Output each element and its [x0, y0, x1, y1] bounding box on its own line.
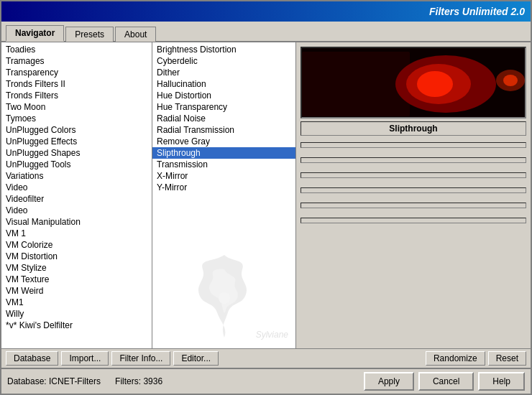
filter-item[interactable]: Cyberdelic — [152, 55, 295, 67]
list-item[interactable]: Tymoes — [1, 113, 152, 124]
filter-item[interactable]: Transmission — [152, 159, 295, 170]
reset-button[interactable]: Reset — [488, 351, 526, 366]
decorative-floral — [181, 248, 267, 348]
filter-item[interactable]: Hallucination — [152, 78, 295, 90]
list-item[interactable]: UnPlugged Tools — [1, 159, 152, 170]
filter-item[interactable]: Radial Transmission — [152, 124, 295, 136]
list-item[interactable]: UnPlugged Colors — [1, 124, 152, 136]
list-item[interactable]: Toadies — [1, 44, 152, 55]
list-item[interactable]: Variations — [1, 170, 152, 182]
list-item[interactable]: VM Texture — [1, 274, 152, 285]
slider-track-2[interactable] — [301, 157, 526, 163]
editor-button[interactable]: Editor... — [173, 351, 219, 366]
list-item[interactable]: Tronds Filters II — [1, 78, 152, 90]
preview-canvas — [302, 48, 525, 117]
slider-track-4[interactable] — [301, 187, 526, 193]
filter-name-display: Slipthrough — [301, 121, 526, 136]
action-buttons: Apply Cancel Help — [364, 372, 525, 391]
status-bar: Database: ICNET-Filters Filters: 3936 Ap… — [1, 368, 531, 394]
list-item[interactable]: UnPlugged Shapes — [1, 147, 152, 159]
svg-point-5 — [417, 71, 453, 97]
main-content: Toadies Tramages Transparency Tronds Fil… — [1, 42, 531, 348]
filter-item-selected[interactable]: Slipthrough — [152, 147, 295, 159]
randomize-button[interactable]: Randomize — [426, 351, 485, 366]
list-item[interactable]: UnPlugged Effects — [1, 136, 152, 147]
slider-row-3 — [301, 169, 526, 182]
list-item[interactable]: *v* Kiwi's Delfilter — [1, 320, 152, 331]
filter-item[interactable]: Brightness Distortion — [152, 44, 295, 55]
left-panel: Toadies Tramages Transparency Tronds Fil… — [1, 42, 152, 348]
apply-button[interactable]: Apply — [364, 372, 414, 391]
filter-item[interactable]: X-Mirror — [152, 170, 295, 182]
list-item[interactable]: VM 1 — [1, 228, 152, 239]
slider-track-3[interactable] — [301, 172, 526, 178]
list-item[interactable]: Videofilter — [1, 193, 152, 205]
help-button[interactable]: Help — [478, 372, 525, 391]
svg-point-0 — [219, 292, 230, 304]
list-item[interactable]: Video — [1, 182, 152, 193]
category-list[interactable]: Toadies Tramages Transparency Tronds Fil… — [1, 42, 152, 348]
filter-item[interactable]: Radial Noise — [152, 113, 295, 124]
right-panel: Slipthrough — [296, 42, 531, 348]
filter-item[interactable]: Hue Distortion — [152, 90, 295, 101]
list-item[interactable]: VM Weird — [1, 285, 152, 297]
slider-row-6 — [301, 214, 526, 227]
list-item[interactable]: VM Colorize — [1, 239, 152, 251]
sliders-area — [301, 139, 526, 344]
list-item[interactable]: Tramages — [1, 55, 152, 67]
list-item[interactable]: Two Moon — [1, 101, 152, 113]
database-status: Database: ICNET-Filters — [7, 376, 101, 386]
main-window: Filters Unlimited 2.0 Navigator Presets … — [0, 0, 532, 395]
slider-row-4 — [301, 184, 526, 197]
svg-rect-2 — [302, 52, 410, 116]
tab-navigator[interactable]: Navigator — [6, 25, 64, 42]
cancel-button[interactable]: Cancel — [418, 372, 474, 391]
svg-point-7 — [503, 75, 518, 86]
list-item[interactable]: Transparency — [1, 67, 152, 78]
database-button[interactable]: Database — [6, 351, 58, 366]
filter-item[interactable]: Dither — [152, 67, 295, 78]
bottom-toolbar: Database Import... Filter Info... Editor… — [1, 348, 531, 368]
slider-row-5 — [301, 199, 526, 212]
title-bar: Filters Unlimited 2.0 — [1, 1, 531, 22]
tab-bar: Navigator Presets About — [1, 22, 531, 42]
tab-about[interactable]: About — [115, 27, 156, 42]
middle-panel: Brightness Distortion Cyberdelic Dither … — [152, 42, 296, 348]
list-item[interactable]: Video — [1, 205, 152, 216]
list-item[interactable]: VM Distortion — [1, 251, 152, 262]
slider-track-6[interactable] — [301, 218, 526, 223]
app-title: Filters Unlimited 2.0 — [429, 6, 525, 17]
slider-track-5[interactable] — [301, 203, 526, 208]
filter-info-button[interactable]: Filter Info... — [111, 351, 170, 366]
slider-row-2 — [301, 154, 526, 167]
list-item[interactable]: VM Stylize — [1, 262, 152, 274]
list-item[interactable]: Willy — [1, 308, 152, 320]
tab-presets[interactable]: Presets — [65, 27, 114, 42]
filter-item[interactable]: Remove Gray — [152, 136, 295, 147]
filter-item[interactable]: Y-Mirror — [152, 182, 295, 193]
slider-track-1[interactable] — [301, 142, 526, 148]
filters-status: Filters: 3936 — [115, 376, 162, 386]
list-item[interactable]: VM1 — [1, 297, 152, 308]
list-item[interactable]: Visual Manipulation — [1, 216, 152, 228]
filter-item[interactable]: Hue Transparency — [152, 101, 295, 113]
import-button[interactable]: Import... — [61, 351, 109, 366]
slider-row-1 — [301, 139, 526, 152]
filter-list[interactable]: Brightness Distortion Cyberdelic Dither … — [152, 42, 295, 197]
preview-area — [301, 47, 526, 118]
list-item[interactable]: Tronds Filters — [1, 90, 152, 101]
